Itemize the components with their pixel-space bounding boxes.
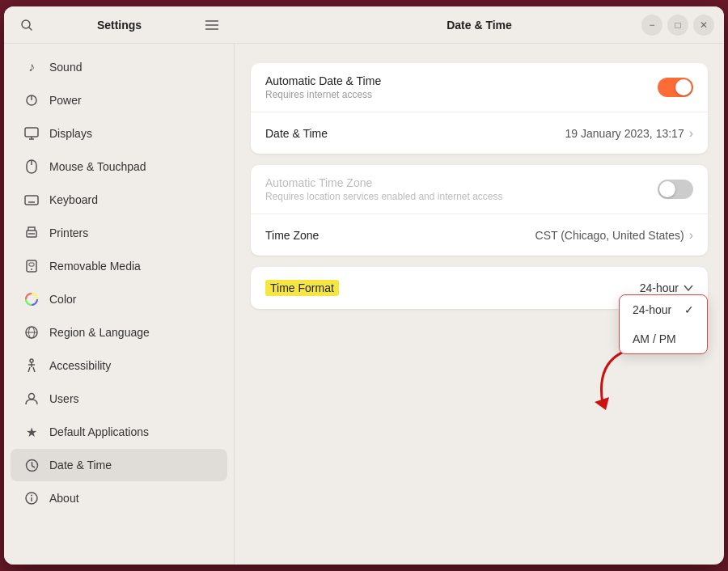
sidebar-item-accessibility[interactable]: Accessibility [11, 349, 227, 382]
auto-timezone-card: Automatic Time Zone Requires location se… [251, 165, 708, 256]
date-time-display: 19 January 2023, 13:17 [565, 127, 684, 140]
menu-button[interactable] [199, 12, 225, 38]
date-time-icon [23, 457, 40, 473]
svg-point-32 [29, 394, 35, 400]
sidebar-item-removable[interactable]: Removable Media [11, 250, 227, 282]
users-icon [23, 391, 40, 407]
window-controls: − □ ✕ [641, 15, 714, 36]
time-format-value-wrap: 24-hour [640, 281, 693, 294]
option-ampm[interactable]: AM / PM [620, 324, 707, 353]
timezone-value: CST (Chicago, United States) › [535, 228, 693, 243]
titlebar-left: Settings [4, 12, 235, 38]
time-format-select[interactable]: 24-hour [640, 281, 693, 294]
sidebar-label-users: Users [49, 392, 79, 405]
svg-line-1 [29, 27, 32, 30]
option-ampm-label: AM / PM [633, 332, 676, 345]
sidebar-item-about[interactable]: About [11, 482, 227, 514]
search-button[interactable] [14, 12, 40, 38]
time-format-label: Time Format [265, 280, 339, 296]
displays-icon [23, 125, 40, 142]
sidebar-label-displays: Displays [49, 127, 92, 140]
auto-timezone-label-group: Automatic Time Zone Requires location se… [265, 176, 658, 202]
toggle-thumb [675, 79, 692, 95]
about-icon [23, 490, 40, 506]
sidebar-title: Settings [48, 19, 191, 32]
settings-window: Settings Date & Time − □ ✕ ♪ Soun [4, 6, 724, 565]
auto-date-time-label: Automatic Date & Time [265, 74, 658, 87]
main-panel: Automatic Date & Time Requires internet … [235, 44, 724, 565]
mouse-icon [23, 159, 40, 175]
auto-date-time-sublabel: Requires internet access [265, 89, 658, 100]
region-icon [23, 324, 40, 340]
color-icon [23, 291, 40, 307]
sidebar-label-date-time: Date & Time [49, 459, 112, 472]
sidebar-item-color[interactable]: Color [11, 283, 227, 315]
check-icon: ✓ [684, 303, 694, 316]
date-time-row[interactable]: Date & Time 19 January 2023, 13:17 › [251, 112, 708, 154]
titlebar-right: Date & Time − □ ✕ [235, 19, 724, 32]
dropdown-chevron-icon [684, 285, 693, 291]
time-format-label-wrap: Time Format [265, 281, 640, 294]
auto-date-time-toggle[interactable] [658, 78, 693, 97]
power-icon [23, 92, 40, 108]
svg-rect-12 [25, 196, 38, 205]
sidebar-label-mouse: Mouse & Touchpad [49, 160, 146, 173]
sidebar-item-keyboard[interactable]: Keyboard [11, 184, 227, 216]
accessibility-icon [23, 357, 40, 374]
sidebar-label-color: Color [49, 293, 76, 306]
sound-icon: ♪ [23, 59, 40, 75]
svg-point-22 [31, 269, 32, 270]
auto-tz-toggle-thumb [659, 181, 675, 197]
sidebar-label-printers: Printers [49, 226, 88, 239]
sidebar-item-printers[interactable]: Printers [11, 217, 227, 249]
svg-rect-7 [25, 128, 38, 137]
sidebar-label-keyboard: Keyboard [49, 193, 98, 206]
sidebar-label-region: Region & Language [49, 326, 150, 339]
keyboard-icon [23, 192, 40, 208]
minimize-button[interactable]: − [641, 15, 662, 36]
titlebar: Settings Date & Time − □ ✕ [4, 6, 724, 44]
sidebar-item-power[interactable]: Power [11, 84, 227, 116]
auto-timezone-toggle[interactable] [658, 180, 693, 199]
sidebar-label-default-apps: Default Applications [49, 425, 149, 438]
timezone-label: Time Zone [265, 229, 535, 242]
sidebar-label-sound: Sound [49, 61, 82, 74]
date-time-chevron: › [689, 126, 693, 141]
time-format-dropdown: 24-hour ✓ AM / PM [619, 294, 708, 354]
auto-timezone-label: Automatic Time Zone [265, 176, 658, 189]
close-button[interactable]: ✕ [693, 15, 714, 36]
sidebar-label-about: About [49, 492, 79, 505]
sidebar-item-default-apps[interactable]: ★ Default Applications [11, 416, 227, 448]
sidebar-item-displays[interactable]: Displays [11, 117, 227, 150]
auto-date-time-label-group: Automatic Date & Time Requires internet … [265, 74, 658, 100]
time-format-current: 24-hour [640, 281, 679, 294]
auto-date-time-card: Automatic Date & Time Requires internet … [251, 63, 708, 154]
sidebar-item-mouse[interactable]: Mouse & Touchpad [11, 150, 227, 183]
sidebar: ♪ Sound Power Displays Mouse & Touchpad [4, 44, 235, 565]
svg-marker-39 [595, 397, 609, 410]
auto-timezone-sublabel: Requires location services enabled and i… [265, 191, 658, 202]
option-24hour[interactable]: 24-hour ✓ [620, 295, 707, 324]
removable-icon [23, 258, 40, 274]
timezone-display: CST (Chicago, United States) [535, 229, 684, 242]
sidebar-item-region[interactable]: Region & Language [11, 316, 227, 349]
timezone-row[interactable]: Time Zone CST (Chicago, United States) › [251, 214, 708, 256]
svg-point-27 [30, 359, 33, 362]
sidebar-label-removable: Removable Media [49, 260, 141, 273]
svg-rect-21 [29, 263, 34, 266]
maximize-button[interactable]: □ [667, 15, 688, 36]
sidebar-item-sound[interactable]: ♪ Sound [11, 51, 227, 83]
auto-date-time-row: Automatic Date & Time Requires internet … [251, 63, 708, 112]
svg-line-31 [33, 367, 35, 372]
sidebar-label-accessibility: Accessibility [49, 359, 111, 372]
svg-line-30 [28, 367, 30, 372]
date-time-value: 19 January 2023, 13:17 › [565, 126, 693, 141]
default-apps-icon: ★ [23, 424, 40, 440]
sidebar-item-date-time[interactable]: Date & Time [11, 449, 227, 481]
printers-icon [23, 225, 40, 241]
sidebar-item-users[interactable]: Users [11, 383, 227, 415]
option-24hour-label: 24-hour [633, 303, 671, 316]
svg-line-35 [32, 466, 35, 467]
timezone-chevron: › [689, 228, 693, 243]
sidebar-label-power: Power [49, 94, 82, 107]
